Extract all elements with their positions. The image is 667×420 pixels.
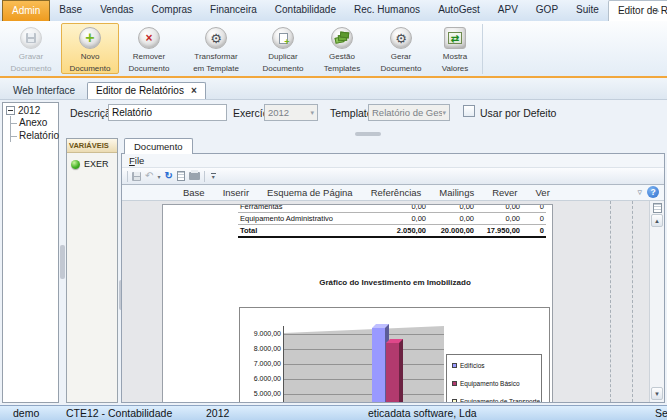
- word-tab-rever[interactable]: Rever: [483, 185, 526, 200]
- usar-por-defeito-checkbox[interactable]: [463, 105, 475, 117]
- dropdown-arrow-icon: ▾: [310, 109, 314, 117]
- legend-marker-icon: [452, 381, 457, 386]
- page-guide-line: [610, 201, 611, 402]
- exercicio-select[interactable]: 2012 ▾: [264, 104, 318, 121]
- legend-marker-icon: [452, 399, 457, 402]
- status-bar: demo CTE12 - Contabilidade 2012 eticadat…: [0, 405, 667, 420]
- scroll-down-button[interactable]: ▼: [651, 387, 663, 400]
- table-row: Ferramentas0,00 0,000,00 0: [238, 204, 546, 213]
- file-menu[interactable]: File: [129, 155, 144, 166]
- main-tab-financeira[interactable]: Financeira: [201, 0, 266, 21]
- customize-toolbar-icon[interactable]: ▾: [211, 173, 216, 179]
- chart[interactable]: 9.000,00 8.000,00 7.000,00 6.000,00 5.00…: [239, 307, 550, 402]
- legend-item: Equipamento de Transporte: [452, 398, 541, 402]
- word-tab-inserir[interactable]: Inserir: [214, 185, 258, 200]
- scroll-up-button[interactable]: ▲: [651, 214, 663, 227]
- main-tab-bar: Admin Base Vendas Compras Financeira Con…: [0, 0, 667, 21]
- chart-legend: Edifícios Equipamento Básico Equipamento…: [446, 354, 542, 402]
- tree-splitter-handle[interactable]: [60, 245, 65, 279]
- y-axis-line: [283, 326, 284, 402]
- gerar-documento-button[interactable]: ⚙ Gerar Documento: [372, 23, 430, 74]
- status-year: 2012: [206, 407, 229, 419]
- main-tab-suite[interactable]: Suite: [567, 0, 608, 21]
- vertical-scrollbar[interactable]: ▲ ▼: [649, 201, 664, 402]
- tab-editor-relatorios[interactable]: Editor de Relatórios ×: [87, 82, 206, 99]
- main-tab-compras[interactable]: Compras: [143, 0, 202, 21]
- tab-documento[interactable]: Documento: [124, 138, 193, 154]
- chart-title: Gráfico do Investimento em Imobilizado: [239, 278, 551, 287]
- table-row: Equipamento Administrativo0,00 0,000,00 …: [238, 213, 546, 225]
- file-menu-bar: File: [122, 154, 664, 168]
- main-tab-rec-humanos[interactable]: Rec. Humanos: [345, 0, 429, 21]
- templates-cards-icon: [331, 27, 353, 49]
- chart-plot-wall: [284, 326, 444, 402]
- word-tab-esquema[interactable]: Esquema de Página: [258, 185, 362, 200]
- y-axis-tick: 9.000,00: [240, 330, 281, 337]
- split-view-icon[interactable]: [653, 203, 662, 213]
- main-tab-gop[interactable]: GOP: [527, 0, 567, 21]
- word-tab-ver[interactable]: Ver: [527, 185, 559, 200]
- status-extra: Se: [655, 407, 667, 419]
- save-icon: [20, 27, 42, 49]
- ribbon-group-divider: [482, 24, 483, 74]
- investment-table: Ferramentas0,00 0,000,00 0 Equipamento A…: [238, 204, 546, 238]
- main-tab-apv[interactable]: APV: [489, 0, 527, 21]
- save-icon[interactable]: [132, 172, 141, 181]
- swap-values-icon: ⇄: [444, 27, 466, 49]
- word-ribbon-tabs: Base Inserir Esquema de Página Referênci…: [122, 185, 664, 201]
- main-tab-contabilidade[interactable]: Contabilidade: [266, 0, 345, 21]
- document-editor: File ↶ ▾ ↻ ▾ Base Inserir Esquema de Pág…: [121, 153, 665, 403]
- main-tab-vendas[interactable]: Vendas: [91, 0, 142, 21]
- gravar-documento-button[interactable]: Gravar Documento: [2, 23, 60, 74]
- close-tab-icon[interactable]: ×: [191, 86, 197, 96]
- ribbon-collapse-icon[interactable]: ▿: [637, 187, 642, 197]
- tree-node-anexo[interactable]: Anexo: [11, 116, 58, 129]
- tab-web-interface[interactable]: Web Interface: [5, 83, 83, 99]
- mostra-valores-button[interactable]: ⇄ Mostra Valores: [431, 23, 479, 74]
- ribbon: Gravar Documento + Novo Documento × Remo…: [0, 21, 667, 78]
- dropdown-arrow-icon: ▾: [442, 109, 446, 117]
- remover-documento-button[interactable]: × Remover Documento: [120, 23, 178, 74]
- word-tab-referencias[interactable]: Referências: [362, 185, 431, 200]
- variaveis-panel: VARIÁVEIS EXER: [66, 138, 118, 403]
- variaveis-header: VARIÁVEIS: [67, 139, 117, 153]
- document-canvas: Ferramentas0,00 0,000,00 0 Equipamento A…: [122, 201, 664, 402]
- document-page: Ferramentas0,00 0,000,00 0 Equipamento A…: [162, 204, 553, 402]
- tree-node-2012[interactable]: 2012: [6, 105, 58, 116]
- print-icon[interactable]: [189, 172, 200, 180]
- word-tab-mailings[interactable]: Mailings: [430, 185, 483, 200]
- gear-icon: ⚙: [205, 27, 227, 49]
- delete-x-icon: ×: [138, 27, 160, 49]
- duplicate-page-icon: +: [272, 27, 294, 49]
- template-select[interactable]: Relatório de Gestão ▾: [368, 104, 450, 121]
- word-tab-base[interactable]: Base: [174, 185, 214, 200]
- descricao-input[interactable]: [108, 104, 227, 121]
- bar-equipamento-basico: [386, 343, 399, 402]
- help-icon[interactable]: ?: [647, 186, 659, 198]
- main-tab-admin[interactable]: Admin: [2, 0, 50, 21]
- status-user: demo: [13, 407, 39, 419]
- gestao-templates-button[interactable]: Gestão Templates: [313, 23, 371, 74]
- undo-icon[interactable]: ↶: [145, 171, 153, 181]
- green-sphere-icon: [71, 160, 80, 169]
- main-tab-base[interactable]: Base: [50, 0, 91, 21]
- duplicar-documento-button[interactable]: + Duplicar Documento: [254, 23, 312, 74]
- transformar-em-template-button[interactable]: ⚙ Transformar em Template: [179, 23, 253, 74]
- undo-dropdown-icon[interactable]: ▾: [157, 173, 160, 180]
- document-tab-strip: Web Interface Editor de Relatórios ×: [0, 78, 667, 100]
- print-preview-icon[interactable]: [177, 171, 185, 181]
- y-axis-tick: 7.000,00: [240, 360, 281, 367]
- application-window: Admin Base Vendas Compras Financeira Con…: [0, 0, 667, 420]
- report-tree-panel: 2012 Anexo Relatório: [2, 102, 59, 403]
- quick-access-toolbar: ↶ ▾ ↻ ▾: [122, 168, 664, 185]
- y-axis-tick: 8.000,00: [240, 345, 281, 352]
- redo-icon[interactable]: ↻: [164, 171, 172, 181]
- variavel-exer-item[interactable]: EXER: [67, 153, 117, 169]
- tree-collapse-icon[interactable]: [6, 106, 15, 115]
- tree-node-relatorio[interactable]: Relatório: [11, 129, 58, 142]
- novo-documento-button[interactable]: + Novo Documento: [61, 23, 119, 74]
- ribbon-minimize-icon[interactable]: ▵: [655, 5, 659, 14]
- horizontal-splitter-handle[interactable]: [355, 132, 381, 136]
- y-axis-tick: 5.000,00: [240, 390, 281, 397]
- main-tab-autogest[interactable]: AutoGest: [429, 0, 489, 21]
